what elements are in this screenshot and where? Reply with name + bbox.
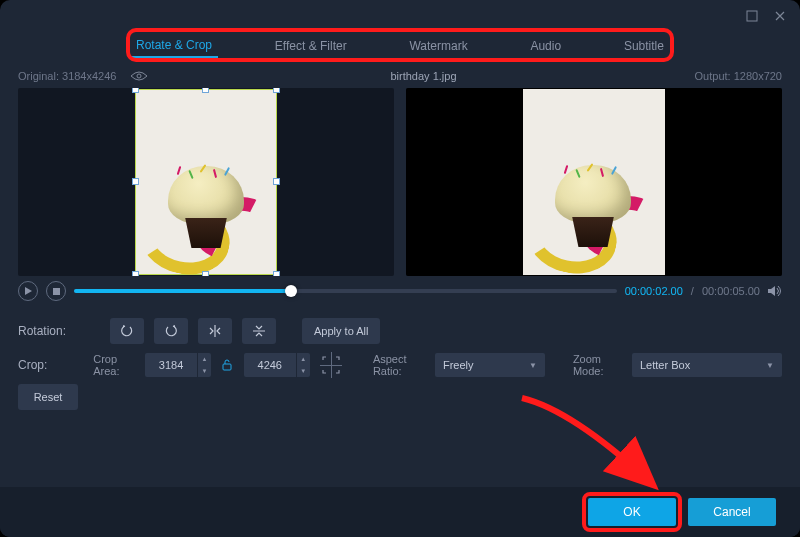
svg-point-1 [137,74,141,78]
crop-handle[interactable] [273,88,280,93]
crop-handle[interactable] [202,88,209,93]
reset-button[interactable]: Reset [18,384,78,410]
preview-area [0,88,800,276]
tab-strip: Rotate & Crop Effect & Filter Watermark … [130,32,670,60]
title-bar [0,0,800,32]
lock-aspect-icon[interactable] [221,359,234,371]
flip-vertical-button[interactable] [242,318,276,344]
crop-handle[interactable] [273,178,280,185]
minimize-button[interactable] [740,6,764,26]
apply-to-all-button[interactable]: Apply to All [302,318,380,344]
chevron-down-icon: ▼ [766,361,774,370]
stop-button[interactable] [46,281,66,301]
time-current: 00:00:02.00 [625,285,683,297]
crop-area-label: Crop Area: [93,353,135,377]
rotate-left-button[interactable] [110,318,144,344]
time-total: 00:00:05.00 [702,285,760,297]
tab-watermark[interactable]: Watermark [403,35,473,57]
footer-bar: OK Cancel [0,487,800,537]
rotation-row: Rotation: Apply to All [18,314,782,348]
volume-icon[interactable] [768,284,782,298]
info-row: Original: 3184x4246 birthday 1.jpg Outpu… [0,62,800,88]
crop-handle[interactable] [132,88,139,93]
tab-subtitle[interactable]: Subtitle [618,35,670,57]
preview-image [158,128,254,248]
tab-rotate-crop[interactable]: Rotate & Crop [130,34,218,58]
crop-handle[interactable] [202,271,209,276]
output-image [523,89,665,275]
crop-height-spinner[interactable]: ▲▼ [296,353,310,377]
aspect-ratio-label: Aspect Ratio: [373,353,425,377]
original-dimensions: Original: 3184x4246 [18,70,116,82]
crop-handle[interactable] [273,271,280,276]
crop-label: Crop: [18,358,83,372]
aspect-ratio-value: Freely [443,359,474,371]
seek-slider[interactable] [74,289,617,293]
crop-height-input[interactable]: 4246 [244,353,296,377]
aspect-ratio-select[interactable]: Freely▼ [435,353,545,377]
time-divider: / [691,285,694,297]
rotation-label: Rotation: [18,324,100,338]
ok-button[interactable]: OK [588,498,676,526]
svg-rect-0 [747,11,757,21]
filename-label: birthday 1.jpg [152,70,694,82]
svg-rect-2 [53,288,60,295]
zoom-mode-label: Zoom Mode: [573,353,622,377]
flip-horizontal-button[interactable] [198,318,232,344]
tab-effect-filter[interactable]: Effect & Filter [269,35,353,57]
zoom-mode-value: Letter Box [640,359,690,371]
tab-audio[interactable]: Audio [524,35,567,57]
original-preview-pane[interactable] [18,88,394,276]
crop-frame[interactable] [135,89,277,275]
close-button[interactable] [768,6,792,26]
crop-handle[interactable] [132,178,139,185]
rotate-right-button[interactable] [154,318,188,344]
chevron-down-icon: ▼ [529,361,537,370]
editor-window: Rotate & Crop Effect & Filter Watermark … [0,0,800,537]
crop-width-spinner[interactable]: ▲▼ [197,353,211,377]
play-button[interactable] [18,281,38,301]
crop-handle[interactable] [132,271,139,276]
output-preview-pane [406,88,782,276]
zoom-mode-select[interactable]: Letter Box▼ [632,353,782,377]
cancel-button[interactable]: Cancel [688,498,776,526]
eye-icon[interactable] [126,68,152,84]
crop-width-input[interactable]: 3184 [145,353,197,377]
svg-rect-3 [223,364,231,370]
crop-row: Crop: Crop Area: 3184 ▲▼ 4246 ▲▼ Aspect … [18,348,782,382]
output-dimensions: Output: 1280x720 [695,70,782,82]
playback-bar: 00:00:02.00/00:00:05.00 [0,276,800,308]
center-crop-icon[interactable] [320,352,342,378]
